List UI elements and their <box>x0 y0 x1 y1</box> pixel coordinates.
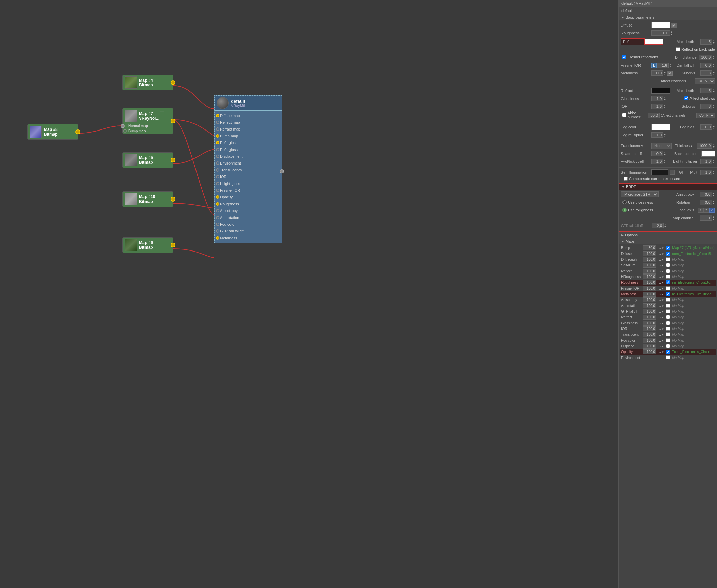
dim-falloff-input[interactable] <box>700 63 712 68</box>
ior-input[interactable] <box>651 104 663 109</box>
node-map7-socket-out[interactable] <box>171 119 175 123</box>
map-value-3[interactable] <box>643 263 656 268</box>
node-map4-socket-out[interactable] <box>171 80 175 85</box>
node-map6[interactable]: Map #6 Bitmap <box>122 237 173 253</box>
refract-subdivs-spinner[interactable]: ▲▼ <box>713 104 715 109</box>
vray-socket-dot-3[interactable] <box>216 134 219 138</box>
section-brdf-header[interactable]: ▼ BRDF <box>619 184 717 190</box>
vray-socket-dot-6[interactable] <box>216 155 219 158</box>
refract-depth-spinner[interactable]: ▲▼ <box>713 88 715 93</box>
map-check-0[interactable] <box>666 246 670 250</box>
subdivs-input[interactable] <box>700 70 712 76</box>
map-check-17[interactable] <box>666 344 670 348</box>
map-check-9[interactable] <box>666 298 670 302</box>
reflect-back-check[interactable] <box>676 47 680 51</box>
axis-x-btn[interactable]: X <box>698 208 704 213</box>
vray-socket-dot-14[interactable] <box>216 209 219 212</box>
fwd-input[interactable] <box>651 159 663 164</box>
map-value-8[interactable] <box>643 292 656 297</box>
map-value-4[interactable] <box>643 269 656 274</box>
map-value-10[interactable] <box>643 303 656 308</box>
node-map4[interactable]: Map #4 Bitmap <box>122 75 173 90</box>
vray-socket-dot-13[interactable] <box>216 202 219 206</box>
node-map8[interactable]: Map #8 Bitmap <box>27 124 78 140</box>
metalness-spinner[interactable]: ▲▼ <box>664 71 666 75</box>
fog-color[interactable] <box>651 124 670 130</box>
thickness-input[interactable] <box>697 143 712 149</box>
vray-socket-dot-4[interactable] <box>216 141 219 144</box>
abbe-input[interactable] <box>648 113 660 118</box>
node-map8-socket-out[interactable] <box>75 129 80 134</box>
fwd-spinner[interactable]: ▲▼ <box>664 159 666 164</box>
map-value-17[interactable] <box>643 344 656 349</box>
fog-mult-spinner[interactable]: ▲▼ <box>664 133 666 137</box>
vray-socket-dot-7[interactable] <box>216 161 219 165</box>
map-check-18[interactable] <box>666 350 670 354</box>
node-map7[interactable]: --- Map #7 VRayNor... Normal map Bump ma… <box>122 108 173 134</box>
ior-spinner[interactable]: ▲▼ <box>664 104 666 109</box>
map-check-7[interactable] <box>666 286 670 290</box>
vray-socket-dot-8[interactable] <box>216 168 219 172</box>
map-check-4[interactable] <box>666 269 670 273</box>
vray-node-close[interactable]: − <box>277 100 280 106</box>
self-illum-toggle[interactable] <box>670 170 675 175</box>
rotation-input[interactable] <box>700 200 712 205</box>
vray-socket-out[interactable] <box>280 169 284 173</box>
refract-chan-select[interactable]: Co...ly <box>696 113 715 118</box>
map-check-15[interactable] <box>666 332 670 336</box>
roughness-input[interactable] <box>651 30 670 36</box>
vray-socket-dot-12[interactable] <box>216 195 219 199</box>
dim-dist-input[interactable] <box>699 55 712 60</box>
fog-bias-spinner[interactable]: ▲▼ <box>713 125 715 129</box>
anisotropy-input[interactable] <box>700 192 712 197</box>
map-value-1[interactable] <box>643 251 656 256</box>
abbe-check[interactable] <box>622 113 626 117</box>
fresnel-ior-spinner[interactable]: ▲▼ <box>669 63 671 68</box>
axis-z-btn[interactable]: Z <box>709 208 715 213</box>
node-map6-socket-out[interactable] <box>171 243 175 247</box>
metalness-m[interactable]: M <box>667 71 673 76</box>
vray-socket-dot-5[interactable] <box>216 148 219 151</box>
vray-socket-dot-1[interactable] <box>216 121 219 124</box>
map-value-18[interactable] <box>643 349 656 354</box>
vray-socket-dot-15[interactable] <box>216 216 219 219</box>
map-value-6[interactable] <box>643 280 656 285</box>
brdf-type-select[interactable]: Microfacet GTR (GGX) <box>621 191 659 197</box>
scatter-input[interactable] <box>651 151 663 156</box>
map-channel-spinner[interactable]: ▲▼ <box>712 215 715 220</box>
thickness-spinner[interactable]: ▲▼ <box>713 143 715 148</box>
map-check-3[interactable] <box>666 263 670 267</box>
section-basic-header[interactable]: ▼ Basic parameters — <box>619 14 717 20</box>
mult-spinner[interactable]: ▲▼ <box>713 170 715 175</box>
node-map7-normal-in[interactable] <box>121 124 125 128</box>
map-value-15[interactable] <box>643 332 656 337</box>
fresnel-check[interactable] <box>622 55 626 59</box>
refract-color[interactable] <box>651 88 670 94</box>
scatter-spinner[interactable]: ▲▼ <box>664 151 666 156</box>
map-check-13[interactable] <box>666 321 670 325</box>
subdivs-spinner[interactable]: ▲▼ <box>713 71 715 75</box>
map-value-12[interactable] <box>643 315 656 320</box>
map-value-9[interactable] <box>643 297 656 302</box>
section-maps-header[interactable]: ▼ Maps <box>619 238 717 244</box>
vray-socket-dot-17[interactable] <box>216 229 219 233</box>
section-options-header[interactable]: ▶ Options <box>619 232 717 238</box>
trans-select[interactable]: None <box>651 143 672 149</box>
max-depth-input[interactable] <box>700 39 712 45</box>
fresnel-ior-input[interactable] <box>657 63 669 68</box>
map-value-0[interactable] <box>643 245 656 250</box>
abbe-spinner[interactable]: ▲▼ <box>660 113 662 118</box>
map-check-19[interactable] <box>666 355 670 359</box>
affect-chan-select[interactable]: Co...ly <box>695 78 715 84</box>
map-check-16[interactable] <box>666 338 670 342</box>
dim-falloff-spinner[interactable]: ▲▼ <box>713 63 715 68</box>
vray-socket-dot-0[interactable] <box>216 114 219 117</box>
rotation-spinner[interactable]: ▲▼ <box>712 200 715 205</box>
use-glossiness-radio[interactable] <box>622 200 627 204</box>
map-value-13[interactable] <box>643 321 656 326</box>
gtr-input[interactable] <box>652 223 664 228</box>
map-value-2[interactable] <box>643 257 656 262</box>
mult-input[interactable] <box>700 170 712 175</box>
map-check-12[interactable] <box>666 315 670 319</box>
node-map5[interactable]: Map #5 Bitmap <box>122 152 173 168</box>
